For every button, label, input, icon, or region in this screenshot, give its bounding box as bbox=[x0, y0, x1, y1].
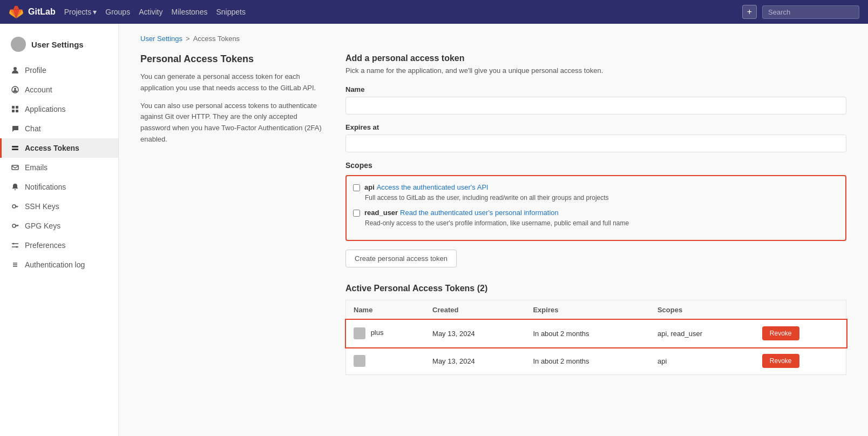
scope-read-user-detail: Read-only access to the user's profile i… bbox=[353, 218, 839, 228]
token-row-1-scopes: api, read_user bbox=[650, 320, 755, 347]
name-input[interactable] bbox=[345, 97, 846, 115]
name-field-group: Name bbox=[345, 85, 846, 115]
svg-rect-3 bbox=[12, 106, 15, 109]
scope-api-description: Access the authenticated user's API bbox=[377, 183, 489, 191]
scope-read-user-checkbox[interactable] bbox=[353, 210, 360, 217]
sidebar-item-account[interactable]: Account bbox=[0, 80, 118, 99]
col-name: Name bbox=[346, 300, 425, 320]
svg-rect-7 bbox=[12, 146, 18, 147]
sidebar-item-applications-label: Applications bbox=[25, 105, 66, 113]
revoke-button-2[interactable]: Revoke bbox=[762, 354, 799, 368]
nav-activity[interactable]: Activity bbox=[139, 8, 162, 16]
name-label: Name bbox=[345, 85, 846, 93]
description-para-2: You can also use personal access tokens … bbox=[140, 100, 324, 145]
expires-input[interactable] bbox=[345, 135, 846, 152]
scope-api-name: api bbox=[364, 183, 375, 191]
sidebar-item-ssh-keys[interactable]: SSH Keys bbox=[0, 197, 118, 216]
sliders-icon bbox=[11, 241, 19, 250]
breadcrumb-parent[interactable]: User Settings bbox=[140, 35, 182, 43]
sidebar-item-emails-label: Emails bbox=[25, 163, 48, 172]
nav-milestones[interactable]: Milestones bbox=[172, 8, 208, 16]
scopes-box: api Access the authenticated user's API … bbox=[345, 175, 846, 241]
scopes-title: Scopes bbox=[345, 161, 846, 170]
token-row-2-expires: In about 2 months bbox=[525, 347, 650, 375]
sidebar-item-emails[interactable]: Emails bbox=[0, 158, 118, 177]
tokens-table-head: Name Created Expires Scopes bbox=[346, 300, 846, 320]
token-icon bbox=[11, 144, 19, 152]
chat-icon bbox=[11, 124, 19, 133]
breadcrumb-separator: > bbox=[186, 35, 190, 43]
nav-projects[interactable]: Projects ▾ bbox=[64, 8, 97, 16]
breadcrumb-current: Access Tokens bbox=[193, 35, 240, 43]
token-row-1-name: plus bbox=[346, 320, 425, 347]
envelope-icon bbox=[11, 163, 19, 172]
description-para-1: You can generate a personal access token… bbox=[140, 71, 324, 94]
scope-read-user-name: read_user bbox=[364, 209, 398, 217]
nav-groups[interactable]: Groups bbox=[105, 8, 130, 16]
table-row: May 13, 2024 In about 2 months api Revok… bbox=[346, 347, 846, 375]
page-title: Personal Access Tokens bbox=[140, 53, 324, 65]
search-input[interactable] bbox=[762, 5, 859, 19]
sidebar-item-chat[interactable]: Chat bbox=[0, 119, 118, 138]
key-icon bbox=[11, 202, 19, 211]
new-item-button[interactable]: + bbox=[742, 5, 757, 19]
chevron-down-icon: ▾ bbox=[93, 8, 97, 16]
col-created: Created bbox=[425, 300, 525, 320]
sidebar-item-access-tokens[interactable]: Access Tokens bbox=[0, 138, 118, 158]
sidebar-item-notifications[interactable]: Notifications bbox=[0, 177, 118, 197]
token-row-1-action: Revoke bbox=[755, 320, 846, 347]
sidebar-item-gpg-keys[interactable]: GPG Keys bbox=[0, 216, 118, 236]
table-row: plus May 13, 2024 In about 2 months api,… bbox=[346, 320, 846, 347]
token-avatar-2 bbox=[354, 355, 365, 367]
sidebar-item-profile-label: Profile bbox=[25, 66, 46, 75]
sidebar-item-auth-log-label: Authentication log bbox=[25, 260, 85, 269]
sidebar-item-notifications-label: Notifications bbox=[25, 183, 66, 191]
svg-rect-5 bbox=[12, 110, 15, 112]
sidebar-header: User Settings bbox=[0, 32, 118, 61]
token-row-1-created: May 13, 2024 bbox=[425, 320, 525, 347]
gitlab-logo[interactable]: GitLab bbox=[9, 4, 56, 19]
page-layout: User Settings Profile Account Applicatio… bbox=[0, 24, 868, 436]
topnav: GitLab Projects ▾ Groups Activity Milest… bbox=[0, 0, 868, 24]
token-row-2-scopes: api bbox=[650, 347, 755, 375]
col-scopes: Scopes bbox=[650, 300, 755, 320]
person-icon bbox=[11, 66, 19, 75]
svg-point-11 bbox=[12, 224, 16, 227]
gitlab-wordmark: GitLab bbox=[28, 7, 56, 17]
revoke-button-1[interactable]: Revoke bbox=[762, 326, 799, 340]
sidebar-item-profile[interactable]: Profile bbox=[0, 61, 118, 80]
gpg-key-icon bbox=[11, 222, 19, 230]
right-panel: Add a personal access token Pick a name … bbox=[345, 53, 846, 375]
svg-rect-9 bbox=[12, 165, 18, 170]
expires-label: Expires at bbox=[345, 123, 846, 131]
sidebar-item-ssh-keys-label: SSH Keys bbox=[25, 202, 59, 211]
sidebar-item-applications[interactable]: Applications bbox=[0, 99, 118, 119]
svg-point-0 bbox=[13, 67, 17, 70]
sidebar-item-preferences-label: Preferences bbox=[25, 241, 65, 250]
nav-snippets[interactable]: Snippets bbox=[216, 8, 245, 16]
svg-point-10 bbox=[12, 205, 16, 208]
expires-field-group: Expires at bbox=[345, 123, 846, 152]
svg-point-15 bbox=[16, 246, 18, 248]
sidebar: User Settings Profile Account Applicatio… bbox=[0, 24, 119, 436]
create-token-button[interactable]: Create personal access token bbox=[345, 250, 457, 267]
sidebar-item-account-label: Account bbox=[25, 85, 52, 94]
sidebar-item-preferences[interactable]: Preferences bbox=[0, 236, 118, 255]
token-row-2-action: Revoke bbox=[755, 347, 846, 375]
token-avatar-1 bbox=[354, 327, 365, 339]
svg-rect-6 bbox=[16, 110, 18, 112]
gitlab-fox-icon bbox=[9, 4, 24, 19]
breadcrumb: User Settings > Access Tokens bbox=[140, 35, 846, 43]
content-row: Personal Access Tokens You can generate … bbox=[140, 53, 846, 375]
topnav-right: + bbox=[742, 5, 859, 19]
scopes-section: Scopes api Access the authenticated user… bbox=[345, 161, 846, 241]
tokens-table-header-row: Name Created Expires Scopes bbox=[346, 300, 846, 320]
main-content: User Settings > Access Tokens Personal A… bbox=[119, 24, 868, 436]
sidebar-item-auth-log[interactable]: Authentication log bbox=[0, 255, 118, 274]
grid-icon bbox=[11, 105, 19, 113]
sidebar-item-chat-label: Chat bbox=[25, 124, 41, 133]
sidebar-title: User Settings bbox=[31, 40, 84, 49]
scope-api-checkbox[interactable] bbox=[353, 184, 360, 191]
token-row-2-created: May 13, 2024 bbox=[425, 347, 525, 375]
user-circle-icon bbox=[11, 85, 19, 94]
